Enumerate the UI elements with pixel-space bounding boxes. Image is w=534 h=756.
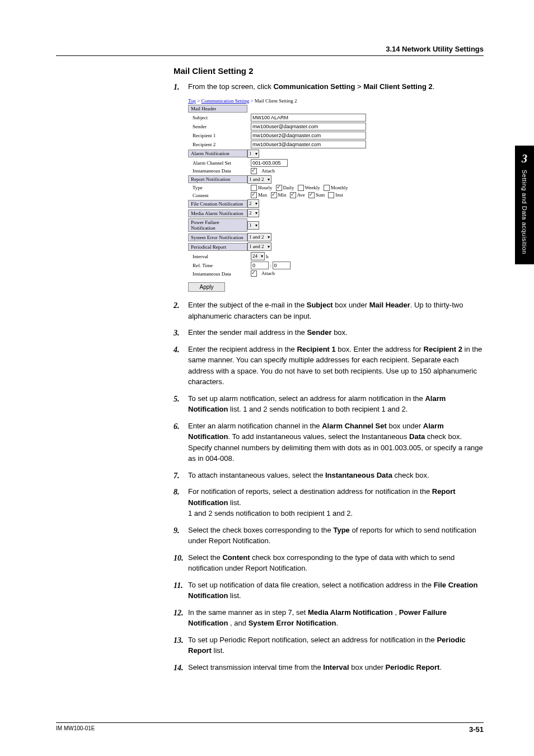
section-media-notif: Media Alarm Notification [188,209,247,217]
apply-button[interactable]: Apply [188,282,225,292]
report-notif-select[interactable]: 1 and 2 [247,175,271,184]
page: 3.14 Network Utility Settings Mail Clien… [0,0,534,756]
label-reftime: Ref. Time [188,263,251,268]
label-content: Content [188,193,251,198]
chapter-label: Setting and Data acquisition [521,170,528,254]
step-13: 13.To set up Periodic Report notificatio… [174,634,484,656]
interval-select[interactable]: 24 [251,252,265,260]
step-5: 5.To set up alarm notification, select a… [174,393,484,415]
type-hourly-checkbox[interactable] [251,185,257,191]
type-daily-checkbox[interactable] [276,185,282,191]
label-inst-data: Instantaneous Data [188,168,251,174]
label-type: Type [188,185,251,190]
section-report-notif: Report Notification [188,175,247,183]
page-number: 3-51 [469,725,484,734]
type-weekly-checkbox[interactable] [298,185,304,191]
crumb-current: Mail Client Setting 2 [255,98,297,104]
attach2-checkbox[interactable] [251,270,257,277]
step-7: 7.To attach instantaneous values, select… [174,470,484,481]
reftime-h-input[interactable]: 0 [251,262,269,269]
chapter-tab: 3 Setting and Data acquisition [515,146,534,264]
section-mail-header: Mail Header [188,105,247,113]
section-power-notif: Power Failure Notification [188,218,247,232]
step-6: 6.Enter an alarm notification channel in… [174,421,484,464]
step-1: 1. From the top screen, click Communicat… [174,81,484,92]
label-sender: Sender [188,124,251,129]
syserr-notif-select[interactable]: 1 and 2 [247,233,271,241]
attach-checkbox[interactable] [251,168,257,174]
content-ave-checkbox[interactable] [290,192,296,198]
page-title: Mail Client Setting 2 [174,66,484,76]
reftime-m-input[interactable]: 0 [273,262,291,269]
step-4: 4.Enter the recipient address in the Rec… [174,344,484,388]
section-file-notif: File Creation Notification [188,200,247,208]
label-recipient1: Recipient 1 [188,133,251,138]
step-9: 9.Select the check boxes corresponding t… [174,525,484,547]
media-notif-select[interactable]: 2 [247,209,259,217]
content-min-checkbox[interactable] [271,192,277,198]
label-recipient2: Recipient 2 [188,142,251,147]
alarm-channel-input[interactable]: 001-003.005 [251,159,288,167]
periodical-select[interactable]: 1 and 2 [247,242,271,251]
step-number: 1. [174,81,180,93]
label-subject: Subject [188,115,251,120]
label-interval: Interval [188,254,251,259]
step-11: 11.To set up notification of data file c… [174,580,484,601]
content-inst-checkbox[interactable] [328,192,334,198]
content-max-checkbox[interactable] [251,192,257,198]
type-monthly-checkbox[interactable] [324,185,330,191]
label-inst-data-2: Instantaneous Data [188,271,251,277]
subject-input[interactable]: MW100 ALARM [251,114,366,122]
page-footer: IM MW100-01E 3-51 [56,722,484,734]
page-header: 3.14 Network Utility Settings [56,45,484,56]
chapter-number: 3 [515,152,534,165]
recipient1-input[interactable]: mw100user2@daqmaster.com [251,132,366,139]
section-periodical: Periodical Report [188,243,247,251]
power-notif-select[interactable]: 1 [247,221,259,230]
sender-input[interactable]: mw100user@daqmaster.com [251,123,366,130]
file-notif-select[interactable]: 2 [247,199,259,208]
step-10: 10.Select the Content check box correspo… [174,552,484,574]
crumb-top[interactable]: Top [188,98,196,104]
step-3: 3.Enter the sender mail address in the S… [174,327,484,338]
step-12: 12.In the same manner as in step 7, set … [174,607,484,629]
content-sum-checkbox[interactable] [308,192,315,198]
label-alarm-channel: Alarm Channel Set [188,160,251,166]
section-syserr-notif: System Error Notification [188,234,247,241]
breadcrumb: Top > Communication Setting > Mail Clien… [188,98,373,104]
alarm-notif-select[interactable]: 1 [247,150,259,158]
recipient2-input[interactable]: mw100user3@daqmaster.com [251,141,366,148]
section-alarm-notif: Alarm Notification [188,150,247,157]
step-8: 8.For notification of reports, select a … [174,486,484,519]
manual-code: IM MW100-01E [56,725,95,734]
step-14: 14.Select transmission interval time fro… [174,662,484,673]
settings-screenshot: Top > Communication Setting > Mail Clien… [188,98,373,292]
step-2: 2.Enter the subject of the e-mail in the… [174,300,484,321]
crumb-comm[interactable]: Communication Setting [201,98,249,104]
